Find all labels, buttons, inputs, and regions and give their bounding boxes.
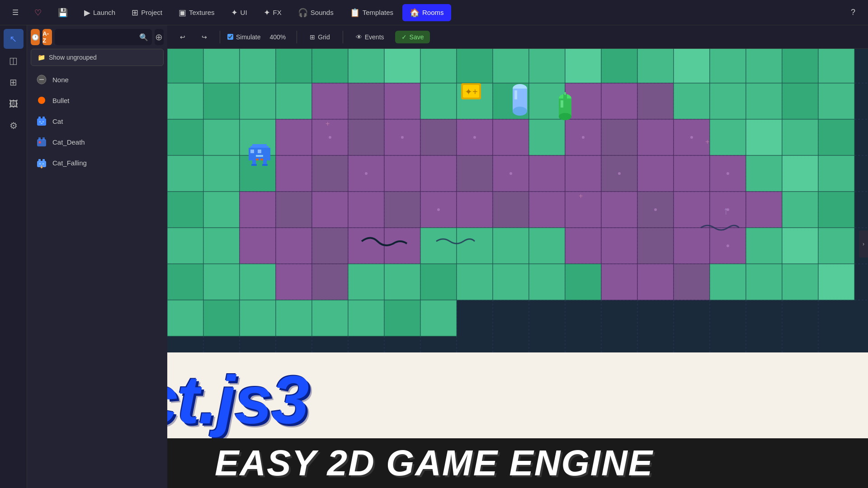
svg-rect-211 bbox=[251, 164, 257, 166]
fx-button[interactable]: ✦ FX bbox=[256, 4, 289, 21]
events-button[interactable]: 👁 Events bbox=[350, 31, 390, 43]
templates-label: Templates bbox=[363, 9, 393, 16]
svg-rect-41 bbox=[312, 83, 348, 119]
list-item[interactable]: Cat bbox=[31, 111, 164, 131]
ui-icon: ✦ bbox=[231, 8, 238, 18]
cursor-tool[interactable]: ↖ bbox=[4, 29, 24, 49]
svg-point-191 bbox=[618, 172, 621, 175]
panel-toggle[interactable]: › bbox=[859, 230, 868, 258]
save-button[interactable]: ✓ Save bbox=[395, 31, 430, 43]
svg-rect-91 bbox=[746, 155, 782, 192]
svg-rect-100 bbox=[384, 192, 420, 228]
grid-button[interactable]: ⊞ Grid bbox=[304, 31, 335, 43]
svg-point-185 bbox=[365, 172, 368, 175]
settings-icon: ⚙ bbox=[9, 120, 18, 131]
svg-rect-77 bbox=[240, 155, 276, 192]
chevron-right-icon: › bbox=[863, 241, 864, 247]
help-button[interactable]: ? bbox=[844, 4, 863, 21]
svg-rect-126 bbox=[637, 228, 674, 264]
svg-rect-225 bbox=[564, 92, 566, 95]
textures-icon: ▣ bbox=[179, 8, 186, 18]
list-item[interactable]: Bullet bbox=[31, 90, 164, 110]
project-button[interactable]: ⊞ Project bbox=[124, 4, 170, 21]
simulate-check-input[interactable] bbox=[227, 34, 233, 40]
show-ungrouped-button[interactable]: 📁 Show ungrouped bbox=[31, 49, 164, 66]
launch-button[interactable]: ▶ Launch bbox=[77, 4, 123, 21]
svg-rect-145 bbox=[637, 264, 674, 300]
rooms-icon: 🏠 bbox=[410, 8, 420, 18]
svg-rect-57 bbox=[203, 119, 240, 155]
templates-button[interactable]: 📋 Templates bbox=[343, 4, 401, 21]
svg-rect-130 bbox=[782, 228, 818, 264]
save-label: Save bbox=[410, 33, 424, 41]
svg-rect-207 bbox=[256, 159, 259, 160]
svg-rect-142 bbox=[529, 264, 565, 300]
svg-rect-146 bbox=[674, 264, 710, 300]
svg-rect-13 bbox=[38, 159, 41, 162]
svg-rect-7 bbox=[37, 139, 46, 146]
svg-rect-156 bbox=[348, 300, 384, 336]
svg-text:+: + bbox=[579, 192, 583, 200]
simulate-checkbox[interactable]: Simulate bbox=[227, 33, 260, 41]
svg-text:+: + bbox=[326, 120, 330, 127]
svg-rect-105 bbox=[565, 192, 601, 228]
svg-rect-208 bbox=[260, 159, 263, 160]
svg-rect-76 bbox=[203, 155, 240, 192]
textures-button[interactable]: ▣ Textures bbox=[171, 4, 222, 21]
menu-button[interactable]: ☰ bbox=[5, 3, 25, 23]
svg-text:✦+: ✦+ bbox=[465, 87, 478, 97]
image-tool[interactable]: 🖼 bbox=[4, 94, 24, 114]
sounds-label: Sounds bbox=[311, 9, 334, 16]
svg-rect-154 bbox=[276, 300, 312, 336]
search-input[interactable] bbox=[58, 33, 137, 41]
svg-rect-38 bbox=[203, 83, 240, 119]
menu-icon: ☰ bbox=[12, 8, 19, 17]
svg-rect-116 bbox=[276, 228, 312, 264]
svg-rect-114 bbox=[203, 228, 240, 264]
svg-rect-216 bbox=[514, 90, 517, 99]
svg-rect-2 bbox=[38, 117, 41, 119]
save-nav-button[interactable]: 💾 bbox=[51, 4, 75, 21]
heart-icon: ♡ bbox=[34, 8, 42, 18]
svg-rect-18 bbox=[167, 49, 203, 83]
svg-rect-66 bbox=[529, 119, 565, 155]
bullet-icon-container bbox=[35, 94, 48, 107]
svg-rect-29 bbox=[565, 49, 601, 83]
left-sidebar: ↖ ◫ ⊞ 🖼 ⚙ bbox=[0, 25, 27, 488]
svg-point-193 bbox=[690, 136, 693, 139]
svg-rect-42 bbox=[348, 83, 384, 119]
list-item[interactable]: Cat_Death bbox=[31, 132, 164, 152]
favorites-button[interactable]: ♡ bbox=[27, 4, 49, 21]
textures-label: Textures bbox=[189, 9, 215, 16]
svg-rect-51 bbox=[674, 83, 710, 119]
svg-point-192 bbox=[654, 208, 657, 211]
svg-rect-117 bbox=[312, 228, 348, 264]
sounds-button[interactable]: 🎧 Sounds bbox=[291, 4, 341, 21]
grid-label: Grid bbox=[318, 33, 330, 41]
sort-az-button2[interactable]: A-Z bbox=[42, 29, 52, 45]
undo-button[interactable]: ↩ bbox=[175, 31, 191, 43]
grid-canvas[interactable]: + + + ↑ bbox=[167, 49, 868, 352]
settings-tool[interactable]: ⚙ bbox=[4, 116, 24, 136]
svg-rect-148 bbox=[746, 264, 782, 300]
cat-death-label: Cat_Death bbox=[52, 138, 85, 146]
svg-rect-138 bbox=[384, 264, 420, 300]
panel-header: 🕐 A-Z 🔍 ⊕ bbox=[31, 29, 164, 45]
svg-rect-151 bbox=[167, 300, 203, 336]
ui-button[interactable]: ✦ UI bbox=[224, 4, 255, 21]
svg-rect-59 bbox=[276, 119, 312, 155]
add-button[interactable]: ⊕ bbox=[155, 29, 164, 45]
list-item[interactable]: Cat_Falling bbox=[31, 153, 164, 173]
svg-rect-157 bbox=[384, 300, 420, 336]
sort-az-button[interactable]: 🕐 bbox=[31, 29, 40, 45]
svg-rect-56 bbox=[167, 119, 203, 155]
svg-rect-155 bbox=[312, 300, 348, 336]
redo-button[interactable]: ↪ bbox=[196, 31, 212, 43]
grid-tool[interactable]: ⊞ bbox=[4, 72, 24, 92]
svg-rect-97 bbox=[276, 192, 312, 228]
fx-icon: ✦ bbox=[264, 8, 270, 18]
rooms-button[interactable]: 🏠 Rooms bbox=[402, 4, 451, 21]
list-item[interactable]: None bbox=[31, 70, 164, 89]
search-icon: 🔍 bbox=[139, 33, 148, 42]
template-tool[interactable]: ◫ bbox=[4, 51, 24, 70]
